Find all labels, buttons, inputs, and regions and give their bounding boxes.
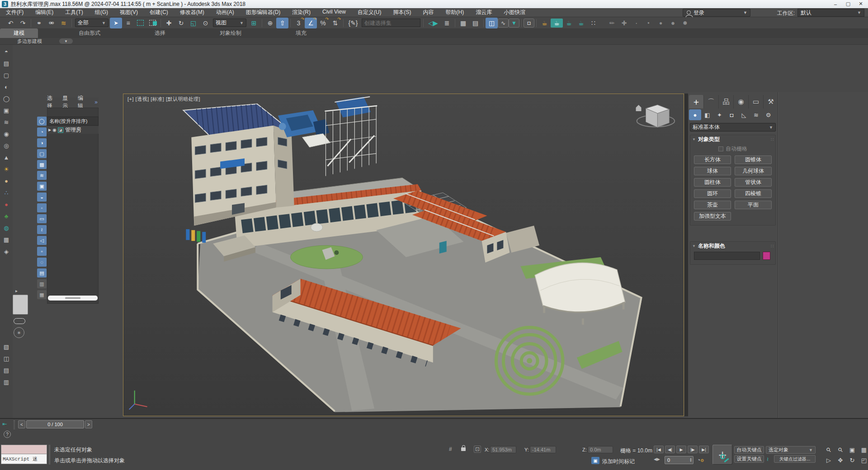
statusbar-divider[interactable] (49, 445, 50, 465)
select-and-move-icon[interactable]: ✚ (163, 18, 175, 28)
go-to-start-button[interactable]: |◀ (654, 446, 664, 453)
scene-explorer-panel[interactable] (47, 108, 99, 304)
render-setup-icon[interactable]: ☕ (538, 18, 551, 28)
viewport[interactable] (123, 94, 684, 416)
frame-forward-button[interactable]: > (85, 420, 92, 428)
menu-views[interactable]: 视图(V) (114, 9, 144, 16)
filter-icon-9[interactable]: ◦ (37, 203, 47, 212)
go-to-end-button[interactable]: ▶| (699, 446, 709, 453)
select-and-rotate-icon[interactable]: ↻ (175, 18, 187, 28)
motion-tab[interactable]: ◉ (734, 95, 749, 108)
maxscript-mini-listener-pink[interactable] (1, 445, 47, 454)
left-tool-icon-13[interactable]: ∴ (1, 188, 11, 197)
render-presets-icon[interactable]: ∷ (587, 18, 599, 28)
brush-size-2-icon[interactable]: ● (642, 18, 655, 28)
explorer-h-scrollbar[interactable] (48, 296, 98, 301)
signin-button[interactable]: 登录 ▼ (683, 9, 750, 17)
menu-modifiers[interactable]: 修改器(M) (174, 9, 210, 16)
workspace-dropdown[interactable]: 默认 ▼ (797, 9, 864, 17)
menu-group[interactable]: 组(G) (89, 9, 114, 16)
percent-snap-icon[interactable]: % (317, 18, 329, 28)
adaptive-degradation-icon[interactable]: ◀▶ (654, 457, 660, 461)
trackbar-toggle-icon[interactable]: ⇤ (2, 421, 7, 427)
ribbon-toggle-icon[interactable]: ◫ (486, 18, 498, 28)
menu-rendering[interactable]: 渲染(R) (286, 9, 316, 16)
named-selection-sets-input[interactable] (362, 19, 420, 27)
minimize-button[interactable]: – (829, 0, 842, 8)
selection-lock-icon[interactable] (461, 447, 466, 451)
cameras-category-icon[interactable]: ◘ (726, 109, 738, 120)
filter-icon-4[interactable]: ▢ (37, 149, 47, 158)
menu-create[interactable]: 创建(C) (144, 9, 174, 16)
left-dock-icon-4[interactable]: ▥ (1, 377, 11, 387)
polygon-modeling-panel-label[interactable]: 多边形建模 (17, 38, 42, 45)
previous-frame-button[interactable]: ◀| (665, 446, 675, 453)
title-bar[interactable]: 3 胜利水库管理房.max 118.56M @ 2024-07-04 11:14… (0, 0, 868, 8)
menu-file[interactable]: 文件(F) (0, 9, 29, 16)
current-frame-field[interactable]: 0 ▲▼ (665, 456, 693, 464)
time-configuration-icon[interactable]: ◔⚙ (697, 457, 704, 463)
zoom-extents-all-icon[interactable]: ▦ (859, 446, 868, 454)
angle-snap-icon[interactable]: ∠ (305, 18, 317, 28)
bind-to-space-warp-icon[interactable]: ≋ (57, 18, 70, 28)
maxscript-mini-listener[interactable]: MAXScript 迷 (1, 454, 47, 464)
left-dock-pill-icon[interactable] (14, 318, 25, 324)
filter-icon-1[interactable]: ◯ (37, 117, 47, 126)
select-by-name-icon[interactable]: ≡ (122, 18, 134, 28)
geometry-category-icon[interactable]: ● (689, 109, 701, 120)
spinner-snap-icon[interactable]: ⇅ (329, 18, 341, 28)
left-tool-icon-14[interactable]: ● (1, 199, 11, 209)
frame-back-button[interactable]: < (18, 420, 25, 428)
object-type-rollout-header[interactable]: ▼ 对象类型 ∷ (690, 135, 775, 143)
filter-icon-17[interactable]: ▦ (37, 290, 47, 299)
render-in-cloud-icon[interactable]: ☕ (575, 18, 587, 28)
cylinder-button[interactable]: 圆柱体 (694, 178, 731, 187)
paint-settings-icon[interactable]: ✏ (606, 18, 618, 28)
coord-system-dropdown[interactable]: 视图 ▼ (213, 19, 246, 27)
undo-icon[interactable]: ↶ (5, 18, 17, 28)
window-crossing-icon[interactable] (146, 18, 159, 28)
select-and-link-icon[interactable]: ⚭ (33, 18, 45, 28)
paint-add-icon[interactable]: ✚ (618, 18, 630, 28)
keyboard-override-icon[interactable]: ⇧ (276, 18, 288, 28)
torus-button[interactable]: 圆环 (694, 189, 731, 198)
brush-size-1-icon[interactable]: ● (630, 18, 642, 28)
explorer-column-header[interactable]: 名称(按升序排序) (47, 117, 99, 126)
primitive-type-dropdown[interactable]: 标准基本体 ▼ (690, 123, 776, 132)
orbit-icon[interactable]: ↻ (847, 456, 857, 465)
create-tab[interactable]: ＋ (689, 95, 704, 108)
ribbon-tab-freeform[interactable]: 自由形式 (65, 28, 114, 38)
object-name-field[interactable] (694, 252, 760, 260)
helpers-category-icon[interactable]: ◺ (738, 109, 750, 120)
cone-button[interactable]: 圆锥体 (735, 155, 772, 164)
menu-animation[interactable]: 动画(A) (210, 9, 240, 16)
select-and-manipulate-icon[interactable]: ⊕ (264, 18, 276, 28)
zoom-icon[interactable]: ⚲ (822, 443, 835, 456)
left-tool-icon-8[interactable]: ◉ (1, 129, 11, 139)
autogrid-checkbox[interactable] (718, 146, 723, 151)
render-production-icon[interactable]: ☕ (563, 18, 575, 28)
menu-liuyunku[interactable]: 溜云库 (470, 9, 498, 16)
use-pivot-center-icon[interactable]: ⊞ (248, 18, 260, 28)
filter-icon-7[interactable]: ▣ (37, 182, 47, 191)
schematic-view-icon[interactable]: ▼ (509, 19, 519, 28)
filter-icon-10[interactable]: ▭ (37, 214, 47, 223)
play-button[interactable]: ▶ (676, 446, 686, 453)
brush-size-3-icon[interactable]: ● (655, 18, 667, 28)
explorer-more-button[interactable]: » (94, 99, 98, 105)
help-icon[interactable]: ? (4, 431, 11, 438)
left-tool-icon-12[interactable]: ● (1, 176, 11, 186)
menu-thumb-render[interactable]: 小图快渲 (498, 9, 531, 16)
viewport-label[interactable]: [+] [透视] [标准] [默认明暗处理] (127, 96, 200, 103)
auto-key-button[interactable]: 自动关键点 (734, 446, 764, 454)
menu-civil-view[interactable]: Civil View (316, 9, 352, 16)
left-tool-icon-2[interactable]: ▤ (1, 58, 11, 68)
eye-icon[interactable]: ◉ (52, 127, 57, 132)
spacewarps-category-icon[interactable]: ≋ (750, 109, 762, 120)
y-coordinate-field[interactable]: -14.41m (530, 446, 556, 453)
filter-icon-13[interactable]: ▫ (37, 247, 47, 256)
rendered-frame-icon[interactable]: ☕ (551, 19, 563, 28)
left-tool-icon-6[interactable]: ▣ (1, 105, 11, 115)
menu-scripting[interactable]: 脚本(S) (387, 9, 417, 16)
z-coordinate-field[interactable]: 0.0m (588, 446, 613, 453)
